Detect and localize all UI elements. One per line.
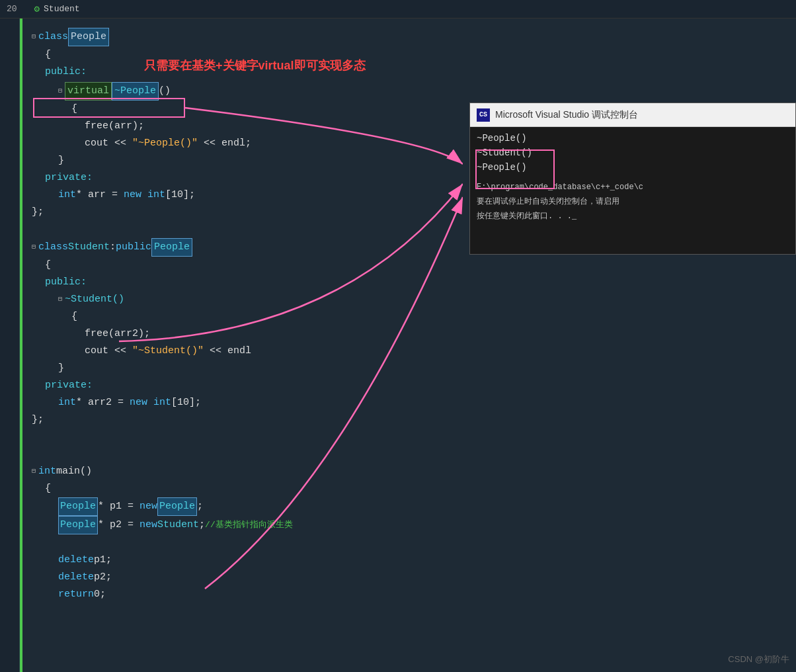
code-line-brace-4: { — [32, 308, 456, 325]
console-title: Microsoft Visual Studio 调试控制台 — [495, 109, 638, 121]
csdn-watermark: CSDN @初阶牛 — [728, 653, 789, 665]
code-line-delete-p1: delete p1; — [32, 552, 456, 569]
debug-icon: ⚙ — [34, 3, 40, 15]
brace-4: { — [71, 308, 77, 325]
code-line-class-end-2: }; — [32, 411, 456, 429]
keyword-delete-2: delete — [58, 569, 94, 586]
code-line-free-arr2: free(arr2); — [32, 325, 456, 343]
people-tilde-highlight: ~People — [112, 82, 159, 101]
keyword-public-1: public: — [45, 63, 87, 81]
people-hl-new: People — [157, 497, 197, 516]
code-line-p1: People * p1 = new People ; — [32, 497, 456, 516]
p1-decl-1: * p1 = new — [98, 498, 157, 515]
code-line-return: return 0; — [32, 586, 456, 603]
class-end-2: }; — [32, 411, 44, 429]
student-destructor: ~Student() — [65, 291, 124, 308]
cout-people: cout << "~People()" << endl; — [85, 135, 251, 152]
console-titlebar: CS Microsoft Visual Studio 调试控制台 — [470, 103, 795, 127]
collapse-icon-2[interactable]: ⊟ — [58, 83, 62, 100]
code-line-p2: People * p2 = new Student ; //基类指针指向派生类 — [32, 516, 456, 534]
p2-semi: ; — [199, 517, 205, 534]
student-new: Student — [157, 517, 199, 534]
code-line-cout-people: cout << "~People()" << endl; — [32, 135, 456, 152]
delete-p2-text: p2; — [94, 569, 112, 586]
brace-5: { — [45, 480, 51, 497]
collapse-icon-1[interactable]: ⊟ — [32, 28, 36, 46]
code-line-free-arr: free(arr); — [32, 118, 456, 135]
free-call-1: free(arr); — [85, 118, 144, 135]
code-line-delete-p2: delete p2; — [32, 569, 456, 586]
keyword-delete-1: delete — [58, 552, 94, 569]
keyword-int-1: int — [58, 187, 76, 204]
main-func: main() — [56, 463, 92, 480]
collapse-icon-5[interactable]: ⊟ — [32, 463, 36, 480]
code-line-brace-close-2: } — [32, 360, 456, 377]
title-bar: 20 ⚙ Student — [0, 0, 796, 19]
code-line-virtual-destructor: ⊟ virtual ~People () — [32, 82, 456, 101]
arr2-decl: * arr2 = new int[10]; — [76, 394, 201, 411]
keyword-int-2: int — [58, 394, 76, 411]
brace-close-1: } — [58, 152, 64, 169]
line-gutter — [0, 19, 20, 672]
arr-decl: * arr = new int[10]; — [76, 187, 195, 204]
console-line-1: ~People() — [477, 131, 789, 146]
code-line-main: ⊟ int main() — [32, 463, 456, 480]
code-line-brace-1: { — [32, 46, 456, 63]
green-accent-border — [20, 19, 22, 672]
console-line-6: 按任意键关闭此窗口. . ._ — [477, 209, 789, 224]
code-line-cout-student: cout << "~Student()" << endl — [32, 343, 456, 360]
class-end-1: }; — [32, 204, 44, 221]
keyword-class-1: class — [38, 28, 68, 46]
keyword-class-2: class — [38, 239, 68, 256]
collapse-icon-3[interactable]: ⊟ — [32, 239, 36, 256]
console-window[interactable]: CS Microsoft Visual Studio 调试控制台 ~People… — [469, 103, 796, 255]
people-highlight-1: People — [68, 28, 109, 46]
keyword-public-2: public: — [45, 274, 87, 291]
code-line-class-end-1: }; — [32, 204, 456, 221]
code-line-private-2: private: — [32, 377, 456, 394]
brace-3: { — [45, 257, 51, 274]
p1-semi: ; — [197, 498, 203, 515]
code-line-public-2: public: — [32, 274, 456, 291]
code-line-class-student: ⊟ class Student :public People — [32, 238, 456, 257]
line-number: 20 — [7, 4, 17, 14]
colon-public: :public — [110, 239, 151, 256]
debug-label: Student — [44, 4, 80, 14]
brace-2: { — [71, 101, 77, 118]
keyword-private-2: private: — [45, 377, 93, 394]
code-line-student-destructor: ⊟ ~Student() — [32, 291, 456, 308]
people-hl-p2: People — [58, 516, 98, 534]
code-line-brace-5: { — [32, 480, 456, 497]
free-call-2: free(arr2); — [85, 325, 150, 343]
collapse-icon-4[interactable]: ⊟ — [58, 291, 62, 308]
brace-close-2: } — [58, 360, 64, 377]
editor-area: ⊟ class People { 只需要在基类+关键字virtual即可实现多态… — [0, 19, 463, 672]
code-line-public-1: public: — [32, 63, 456, 81]
return-text: 0; — [94, 586, 106, 603]
comment-text: //基类指针指向派生类 — [205, 517, 293, 534]
spacer-1 — [32, 221, 456, 238]
virtual-highlight: virtual — [65, 82, 112, 101]
keyword-private-1: private: — [45, 169, 93, 187]
code-line-brace-3: { — [32, 257, 456, 274]
spacer-3 — [32, 534, 456, 552]
cout-student: cout << "~Student()" << endl — [85, 343, 251, 360]
people-highlight-2: People — [151, 238, 192, 257]
code-line-int-arr: int * arr = new int[10]; — [32, 187, 456, 204]
spacer-2 — [32, 429, 456, 463]
title-bar-left: 20 ⚙ Student — [7, 3, 80, 15]
code-line-class-people: ⊟ class People — [32, 28, 456, 46]
debug-session: ⚙ Student — [34, 3, 80, 15]
console-icon: CS — [477, 108, 490, 122]
keyword-return: return — [58, 586, 94, 603]
code-line-brace-2: { — [32, 101, 456, 118]
parens-1: () — [159, 83, 171, 100]
people-hl-p1: People — [58, 497, 98, 516]
code-line-private-1: private: — [32, 169, 456, 187]
p2-decl-1: * p2 = new — [98, 517, 157, 534]
code-line-brace-close-1: } — [32, 152, 456, 169]
brace-1: { — [45, 46, 51, 63]
code-content: ⊟ class People { 只需要在基类+关键字virtual即可实现多态… — [25, 19, 463, 609]
student-name: Student — [68, 239, 110, 256]
console-highlight-box — [475, 149, 555, 189]
